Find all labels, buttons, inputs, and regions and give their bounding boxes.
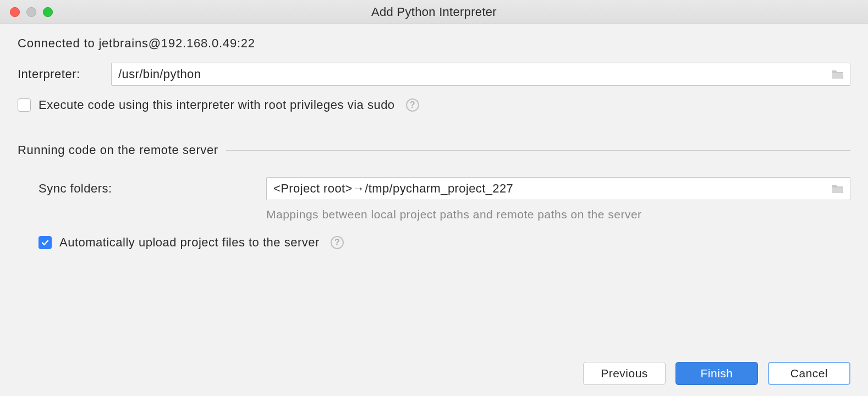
interpreter-input[interactable] <box>118 63 827 85</box>
remote-section-title: Running code on the remote server <box>18 143 218 157</box>
auto-upload-label: Automatically upload project files to th… <box>59 235 320 250</box>
sync-folders-row: Sync folders: <box>18 177 850 200</box>
sync-folders-hint: Mappings between local project paths and… <box>18 208 850 221</box>
help-icon[interactable]: ? <box>331 236 344 249</box>
interpreter-label: Interpreter: <box>18 67 111 81</box>
close-window-button[interactable] <box>10 7 20 17</box>
connection-status: Connected to jetbrains@192.168.0.49:22 <box>18 36 850 51</box>
sudo-row: Execute code using this interpreter with… <box>18 98 850 112</box>
divider <box>226 150 850 151</box>
sync-folders-input[interactable] <box>273 178 827 200</box>
sync-folders-field-wrap <box>266 177 850 200</box>
auto-upload-checkbox[interactable] <box>39 236 52 249</box>
dialog-content: Connected to jetbrains@192.168.0.49:22 I… <box>0 24 868 250</box>
sudo-checkbox[interactable] <box>18 98 31 112</box>
minimize-window-button[interactable] <box>26 7 36 17</box>
cancel-button[interactable]: Cancel <box>768 362 850 385</box>
browse-interpreter-icon[interactable] <box>831 69 844 80</box>
help-icon[interactable]: ? <box>406 98 419 112</box>
interpreter-row: Interpreter: <box>18 63 850 86</box>
window-title: Add Python Interpreter <box>0 5 868 19</box>
sudo-label: Execute code using this interpreter with… <box>39 98 395 112</box>
remote-section: Running code on the remote server Sync f… <box>18 143 850 250</box>
browse-sync-icon[interactable] <box>831 183 844 194</box>
window-controls <box>10 7 53 17</box>
button-bar: Previous Finish Cancel <box>583 362 850 385</box>
remote-section-header: Running code on the remote server <box>18 143 850 157</box>
titlebar: Add Python Interpreter <box>0 0 868 24</box>
auto-upload-row: Automatically upload project files to th… <box>18 235 850 250</box>
finish-button[interactable]: Finish <box>675 362 758 385</box>
interpreter-field-wrap <box>111 63 850 86</box>
previous-button[interactable]: Previous <box>583 362 666 385</box>
sync-folders-label: Sync folders: <box>39 182 266 196</box>
maximize-window-button[interactable] <box>43 7 53 17</box>
